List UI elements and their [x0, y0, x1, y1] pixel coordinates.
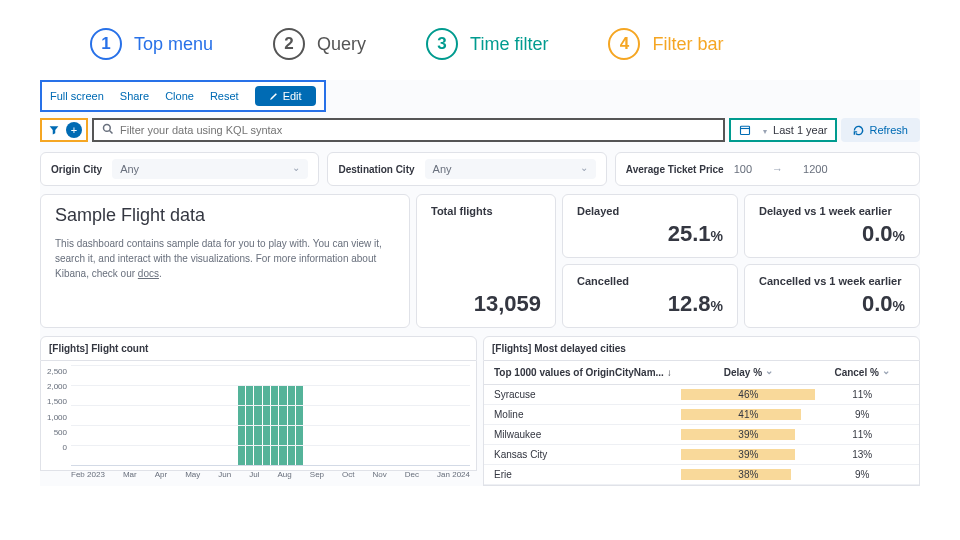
- callout-time-filter: 3Time filter: [426, 28, 548, 60]
- query-input[interactable]: [120, 124, 715, 136]
- total-flights-metric: Total flights 13,059: [416, 194, 556, 328]
- table-row[interactable]: Erie38%9%: [484, 465, 919, 485]
- docs-link[interactable]: docs: [138, 268, 159, 279]
- table-row[interactable]: Milwaukee39%11%: [484, 425, 919, 445]
- pencil-icon: [269, 92, 278, 101]
- delayed-vs-metric: Delayed vs 1 week earlier 0.0%: [744, 194, 920, 258]
- origin-city-control[interactable]: Origin City Any: [40, 152, 319, 186]
- callout-top-menu: 1Top menu: [90, 28, 213, 60]
- avg-price-control[interactable]: Average Ticket Price 100 → 1200: [615, 152, 920, 186]
- flight-count-panel: [Flights] Flight count 2,5002,0001,5001,…: [40, 336, 477, 486]
- calendar-icon: [739, 124, 751, 136]
- reset-button[interactable]: Reset: [210, 90, 239, 102]
- table-header: Top 1000 values of OriginCityNam... ↓ De…: [484, 361, 919, 385]
- delayed-cities-panel: [Flights] Most delayed cities Top 1000 v…: [483, 336, 920, 486]
- full-screen-button[interactable]: Full screen: [50, 90, 104, 102]
- destination-city-control[interactable]: Destination City Any: [327, 152, 606, 186]
- delayed-metric: Delayed 25.1%: [562, 194, 738, 258]
- filter-icon: [49, 125, 59, 135]
- svg-rect-2: [741, 126, 750, 134]
- table-row[interactable]: Kansas City39%13%: [484, 445, 919, 465]
- arrow-right-icon: →: [772, 163, 783, 175]
- page-title: Sample Flight data: [55, 205, 395, 226]
- time-filter-label: Last 1 year: [773, 124, 827, 136]
- add-filter-button[interactable]: +: [66, 122, 82, 138]
- chart-plot[interactable]: Feb 2023MarAprMayJunJulAugSepOctNovDecJa…: [71, 365, 470, 466]
- dashboard-app: Full screen Share Clone Reset Edit + Las…: [40, 80, 920, 486]
- table-row[interactable]: Syracuse46%11%: [484, 385, 919, 405]
- svg-line-1: [110, 130, 113, 133]
- callout-filter-bar: 4Filter bar: [608, 28, 723, 60]
- query-input-wrap: [92, 118, 725, 142]
- controls-row: Origin City Any Destination City Any Ave…: [40, 152, 920, 186]
- cancelled-vs-metric: Cancelled vs 1 week earlier 0.0%: [744, 264, 920, 328]
- time-filter[interactable]: Last 1 year: [729, 118, 837, 142]
- refresh-icon: [853, 125, 864, 136]
- refresh-button[interactable]: Refresh: [841, 118, 920, 142]
- share-button[interactable]: Share: [120, 90, 149, 102]
- sort-icon[interactable]: ↓: [667, 367, 672, 378]
- top-menu: Full screen Share Clone Reset Edit: [40, 80, 326, 112]
- table-row[interactable]: Moline41%9%: [484, 405, 919, 425]
- intro-panel: Sample Flight data This dashboard contai…: [40, 194, 410, 328]
- cancelled-metric: Cancelled 12.8%: [562, 264, 738, 328]
- chart-y-axis: 2,5002,0001,5001,0005000: [47, 365, 71, 466]
- search-icon: [102, 123, 114, 138]
- filter-bar: +: [40, 118, 88, 142]
- callout-query: 2Query: [273, 28, 366, 60]
- filter-menu-button[interactable]: [46, 120, 62, 140]
- edit-button[interactable]: Edit: [255, 86, 316, 106]
- query-bar: + Last 1 year Refresh: [40, 118, 920, 142]
- svg-point-0: [104, 124, 111, 131]
- clone-button[interactable]: Clone: [165, 90, 194, 102]
